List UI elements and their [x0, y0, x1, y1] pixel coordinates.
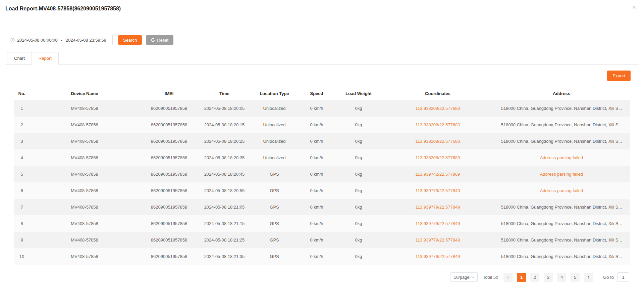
cell-no: 10	[14, 248, 30, 265]
cell-location-type: Unlocalized	[250, 133, 299, 149]
coordinates-link[interactable]: 113.938208/22.577683	[382, 117, 493, 133]
coordinates-link[interactable]: 113.939779/22.577849	[382, 248, 493, 265]
clock-icon	[10, 38, 15, 42]
cell-time: 2024-05-08 18:21:05	[199, 199, 250, 215]
cell-device-name: MV408-57858	[30, 215, 140, 232]
table-row: 2MV408-578588620900519578582024-05-08 18…	[14, 117, 630, 133]
tab-report[interactable]: Report	[32, 52, 59, 65]
column-header-address: Address	[493, 87, 630, 100]
table-row: 6MV408-578588620900519578582024-05-08 18…	[14, 182, 630, 199]
date-range-separator: -	[61, 38, 62, 43]
column-header-time: Time	[199, 87, 250, 100]
cell-time: 2024-05-08 18:21:15	[199, 215, 250, 232]
page-size-select[interactable]: 10/page	[450, 272, 478, 282]
cell-address: 518000 China, Guangdong Province, Nansha…	[493, 199, 630, 215]
page-button-1[interactable]: 1	[517, 273, 526, 282]
cell-location-type: GPS	[250, 166, 299, 182]
table-row: 7MV408-578588620900519578582024-05-08 18…	[14, 199, 630, 215]
chevron-left-icon	[507, 275, 509, 279]
coordinates-link[interactable]: 113.938208/22.577683	[382, 100, 493, 117]
cell-load-weight: 0kg	[335, 166, 382, 182]
cell-no: 4	[14, 149, 30, 166]
search-button[interactable]: Search	[118, 35, 142, 45]
table-row: 9MV408-578588620900519578582024-05-08 18…	[14, 232, 630, 248]
address-parsing-failed: Address parsing failed	[493, 166, 630, 182]
cell-time: 2024-05-08 18:20:25	[199, 133, 250, 149]
cell-location-type: GPS	[250, 215, 299, 232]
goto-label: Go to	[603, 275, 614, 280]
cell-time: 2024-05-08 18:20:05	[199, 100, 250, 117]
cell-address: 518000 China, Guangdong Province, Nansha…	[493, 133, 630, 149]
goto-page-input[interactable]	[617, 272, 629, 282]
cell-location-type: Unlocalized	[250, 149, 299, 166]
column-header-speed: Speed	[299, 87, 335, 100]
cell-load-weight: 0kg	[335, 199, 382, 215]
cell-no: 3	[14, 133, 30, 149]
cell-device-name: MV408-57858	[30, 166, 140, 182]
cell-address: 518000 China, Guangdong Province, Nansha…	[493, 248, 630, 265]
cell-speed: 0 km/h	[299, 215, 335, 232]
address-parsing-failed: Address parsing failed	[493, 182, 630, 199]
page-button-3[interactable]: 3	[544, 273, 553, 282]
coordinates-link[interactable]: 113.939779/22.577849	[382, 215, 493, 232]
pagination-bar: 10/page Total 50 12345 Go to	[450, 272, 629, 282]
cell-time: 2024-05-08 18:20:55	[199, 182, 250, 199]
cell-imei: 862090051957858	[140, 248, 199, 265]
cell-address: 518000 China, Guangdong Province, Nansha…	[493, 215, 630, 232]
cell-speed: 0 km/h	[299, 117, 335, 133]
page-size-value: 10/page	[454, 275, 470, 280]
chevron-down-icon	[471, 276, 475, 278]
cell-device-name: MV408-57858	[30, 133, 140, 149]
table-row: 1MV408-578588620900519578582024-05-08 18…	[14, 100, 630, 117]
prev-page-button[interactable]	[503, 273, 513, 282]
refresh-icon	[151, 38, 155, 42]
address-parsing-failed: Address parsing failed	[493, 149, 630, 166]
cell-speed: 0 km/h	[299, 166, 335, 182]
page-button-2[interactable]: 2	[530, 273, 539, 282]
export-button[interactable]: Export	[607, 71, 631, 81]
date-end-value: 2024-05-08 23:59:59	[66, 38, 106, 43]
coordinates-link[interactable]: 113.938208/22.577683	[382, 133, 493, 149]
column-header-load-weight: Load Weight	[335, 87, 382, 100]
column-header-device-name: Device Name	[30, 87, 140, 100]
date-range-input[interactable]: 2024-05-08 00:00:00 - 2024-05-08 23:59:5…	[7, 35, 113, 45]
tab-chart[interactable]: Chart	[7, 52, 32, 65]
cell-load-weight: 0kg	[335, 248, 382, 265]
cell-speed: 0 km/h	[299, 248, 335, 265]
reset-button[interactable]: Reset	[146, 35, 173, 45]
cell-no: 1	[14, 100, 30, 117]
cell-device-name: MV408-57858	[30, 199, 140, 215]
chevron-right-icon	[587, 275, 590, 279]
cell-imei: 862090051957858	[140, 149, 199, 166]
column-header-imei: IMEI	[140, 87, 199, 100]
cell-device-name: MV408-57858	[30, 232, 140, 248]
cell-load-weight: 0kg	[335, 133, 382, 149]
cell-location-type: Unlocalized	[250, 117, 299, 133]
cell-location-type: GPS	[250, 232, 299, 248]
cell-load-weight: 0kg	[335, 149, 382, 166]
date-start-value: 2024-05-08 00:00:00	[17, 38, 58, 43]
next-page-button[interactable]	[584, 273, 593, 282]
cell-load-weight: 0kg	[335, 117, 382, 133]
coordinates-link[interactable]: 113.939779/22.577849	[382, 232, 493, 248]
page-button-5[interactable]: 5	[571, 273, 580, 282]
coordinates-link[interactable]: 113.938208/22.577683	[382, 149, 493, 166]
cell-no: 2	[14, 117, 30, 133]
cell-load-weight: 0kg	[335, 100, 382, 117]
cell-location-type: GPS	[250, 199, 299, 215]
coordinates-link[interactable]: 113.939742/22.577869	[382, 166, 493, 182]
cell-device-name: MV408-57858	[30, 117, 140, 133]
reset-button-label: Reset	[157, 38, 168, 43]
coordinates-link[interactable]: 113.939779/22.577849	[382, 182, 493, 199]
cell-no: 6	[14, 182, 30, 199]
cell-device-name: MV408-57858	[30, 149, 140, 166]
total-count: Total 50	[483, 275, 498, 280]
cell-time: 2024-05-08 18:20:35	[199, 149, 250, 166]
page-title: Load Report-MV408-57858(862090051957858)	[5, 6, 121, 12]
coordinates-link[interactable]: 113.939779/22.577849	[382, 199, 493, 215]
cell-device-name: MV408-57858	[30, 182, 140, 199]
cell-imei: 862090051957858	[140, 100, 199, 117]
page-button-4[interactable]: 4	[557, 273, 566, 282]
close-icon[interactable]: ×	[632, 4, 636, 10]
cell-device-name: MV408-57858	[30, 248, 140, 265]
